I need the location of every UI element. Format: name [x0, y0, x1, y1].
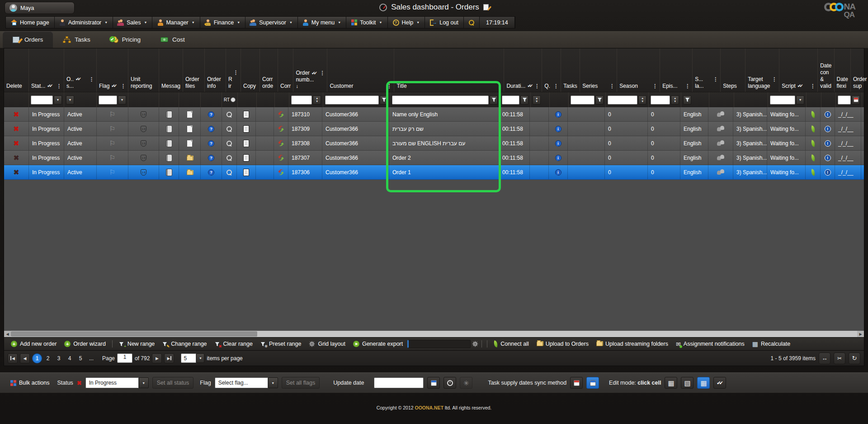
filter-input[interactable] [838, 95, 851, 105]
column-menu-icon[interactable]: ⋮ [553, 83, 558, 90]
cell-date_con[interactable] [806, 151, 821, 165]
chevron-down-icon[interactable]: ▼ [66, 95, 74, 105]
refresh-button[interactable]: ↻ [849, 353, 860, 364]
delete-icon[interactable]: ✖ [14, 154, 19, 162]
menu-item-administrator[interactable]: Administrator▼ [55, 17, 113, 28]
column-header-episode[interactable]: Epis...⋮ [660, 48, 693, 92]
cell-order_info[interactable]: ? [201, 107, 222, 121]
cell-steps[interactable] [708, 165, 733, 179]
cell-season[interactable]: 0 [605, 136, 648, 150]
filter-input[interactable] [325, 95, 379, 105]
cell-order_sup[interactable]: _/_/__ [835, 151, 861, 165]
cell-messages[interactable] [159, 151, 179, 165]
funnel-icon[interactable] [683, 95, 691, 105]
cell-r_ir[interactable] [222, 136, 237, 150]
column-header-customer[interactable]: Customer⋮ [327, 48, 394, 92]
cell-series[interactable] [568, 122, 605, 136]
chevron-down-icon[interactable]: ▼ [196, 353, 204, 363]
order-row-187308[interactable]: ✖In ProgressActive⚐1-9?187308Customer366… [4, 136, 864, 151]
chevron-down-icon[interactable]: ▼ [268, 377, 278, 388]
edit-mode-cell-button[interactable]: ▦ [697, 377, 710, 389]
cell-s_la[interactable]: English [680, 122, 708, 136]
column-menu-icon[interactable]: ⋮ [772, 76, 777, 83]
column-header-corr_orde[interactable]: Corrorde [260, 48, 278, 92]
cell-messages[interactable] [159, 107, 179, 121]
scrollbar-track[interactable] [11, 331, 857, 337]
cell-script[interactable]: Waiting fo... [767, 122, 806, 136]
column-header-series[interactable]: Series⋮ [580, 48, 617, 92]
scroll-left-icon[interactable]: ◀ [4, 331, 11, 337]
column-menu-icon[interactable]: ⋮ [387, 83, 392, 90]
user-tab[interactable]: Maya [5, 2, 75, 14]
cell-duration[interactable]: 00:11:58 [499, 136, 530, 150]
filter-series[interactable] [569, 92, 606, 107]
delete-icon[interactable]: ✖ [14, 110, 19, 119]
cell-order_files[interactable] [179, 165, 201, 179]
cell-episode[interactable]: 0 [648, 151, 680, 165]
funnel-icon[interactable] [490, 95, 498, 105]
chevron-down-icon[interactable]: ▼ [139, 377, 149, 388]
column-header-copy[interactable]: Copy [241, 48, 260, 92]
flag-select[interactable]: Select flag... ▼ [215, 377, 278, 388]
cell-corr_orde[interactable] [256, 107, 274, 121]
cell-delete[interactable]: ✖ [4, 122, 29, 136]
cell-corr_orde[interactable] [256, 165, 274, 179]
cell-customer[interactable]: Customer366 [322, 122, 389, 136]
order-wizard-button[interactable]: +Order wizard [61, 340, 109, 348]
column-menu-icon[interactable]: ⋮ [713, 76, 718, 83]
cell-status[interactable]: In Progress [29, 136, 64, 150]
column-menu-icon[interactable]: ⋮ [496, 83, 501, 90]
chevron-down-icon[interactable]: ▼ [118, 95, 126, 105]
cell-copy[interactable] [237, 107, 256, 121]
cell-series[interactable] [568, 107, 605, 121]
cell-order_status[interactable]: Active [64, 122, 97, 136]
cell-episode[interactable]: 0 [648, 165, 680, 179]
cell-corr_orde[interactable] [256, 151, 274, 165]
menu-item-my-menu[interactable]: My menu▼ [298, 17, 346, 28]
cell-flag[interactable]: ⚐ [97, 165, 128, 179]
cell-script[interactable]: Waiting fo... [767, 165, 806, 179]
column-menu-icon[interactable]: ⋮ [609, 83, 614, 90]
cell-corr[interactable] [274, 136, 288, 150]
fit-columns-button[interactable]: ↔ [819, 353, 830, 364]
cell-series[interactable] [568, 165, 605, 179]
cell-title[interactable]: Order 1 [389, 165, 499, 179]
column-header-order_number[interactable]: Order✔✔⋮numb...↓ [293, 48, 327, 92]
column-menu-icon[interactable]: ⋮ [652, 83, 657, 90]
cell-order_sup[interactable]: _/_/__ [835, 122, 861, 136]
page-number-input[interactable]: 1 [117, 353, 132, 363]
cell-s_la[interactable]: English [680, 107, 708, 121]
cell-corr_orde[interactable] [256, 122, 274, 136]
cell-r_ir[interactable] [222, 107, 237, 121]
cell-season[interactable]: 0 [605, 122, 648, 136]
tab-cost[interactable]: Cost [151, 31, 195, 48]
page-number-2[interactable]: 2 [43, 353, 53, 363]
filter-customer[interactable] [323, 92, 390, 107]
menu-item-finance[interactable]: Finance▼ [200, 17, 245, 28]
cell-flag[interactable]: ⚐ [97, 122, 128, 136]
spinner-icon[interactable]: ▲▼ [533, 95, 541, 105]
cell-duration[interactable]: 00:11:58 [499, 107, 530, 121]
cell-title[interactable]: שם רק עברית [389, 122, 499, 136]
cell-unit_reporting[interactable]: 1-9 [128, 165, 159, 179]
cell-target_language[interactable]: 3) Spanish... [733, 122, 767, 136]
cell-unit_reporting[interactable]: 1-9 [128, 151, 159, 165]
cell-status[interactable]: In Progress [29, 107, 64, 121]
cell-order_files[interactable] [179, 136, 201, 150]
tab-tasks[interactable]: Tasks [53, 31, 100, 48]
filter-input[interactable] [392, 95, 489, 105]
cell-order_status[interactable]: Active [64, 165, 97, 179]
cell-order_files[interactable] [179, 151, 201, 165]
cell-date_con[interactable] [806, 107, 821, 121]
cell-title[interactable]: Name only English [389, 107, 499, 121]
column-header-status[interactable]: Stat...✔✔⋮ [29, 48, 64, 92]
cell-duration[interactable]: 00:11:58 [499, 151, 530, 165]
column-menu-icon[interactable]: ⋮ [534, 83, 539, 90]
column-header-date_flexi[interactable]: Dateflexi [835, 48, 851, 92]
cell-series[interactable] [568, 151, 605, 165]
cell-date_flexi[interactable]: ! [821, 107, 835, 121]
cell-order_info[interactable]: ? [201, 136, 222, 150]
cell-tasks[interactable]: i [549, 165, 568, 179]
menu-item-manager[interactable]: Manager▼ [152, 17, 200, 28]
column-header-date_con[interactable]: Datecon&valid [818, 48, 834, 92]
